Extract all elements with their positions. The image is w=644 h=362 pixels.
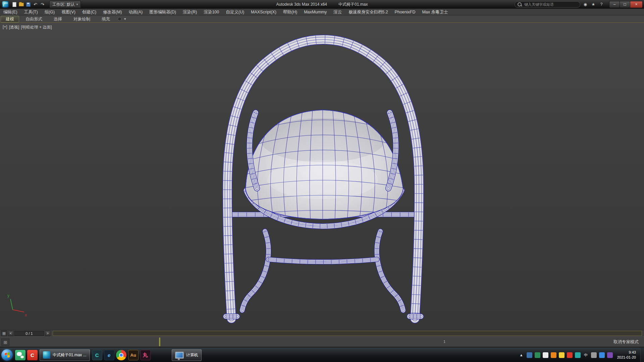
viewport-menu-pov[interactable]: [透视]: [9, 24, 19, 30]
menu-help[interactable]: 帮助(H): [280, 9, 301, 15]
svg-text:y: y: [7, 293, 9, 298]
document-title: 中式椅子01.max: [338, 2, 368, 7]
search-input[interactable]: [524, 2, 569, 7]
clock-date: 2021-01-20: [617, 355, 636, 360]
svg-text:x: x: [25, 313, 27, 317]
frame-indicator[interactable]: 0 / 1: [14, 331, 44, 336]
red-app-icon[interactable]: C: [27, 350, 38, 360]
minimize-button[interactable]: –: [609, 1, 620, 8]
next-frame-button[interactable]: >: [45, 331, 50, 336]
tray-icon[interactable]: [591, 352, 597, 358]
chair-wireframe-model[interactable]: xy: [0, 23, 644, 330]
app-title: Autodesk 3ds Max 2014 x64: [276, 2, 327, 7]
taskbar-computer-label: 计算机: [186, 352, 198, 358]
menu-maxmummy[interactable]: MaxMummy: [301, 9, 330, 15]
tab-freeform[interactable]: 自由形式: [20, 16, 47, 22]
time-slider-row: ▦ < 0 / 1 >: [0, 330, 644, 337]
menu-bar: 编辑(E) 工具(T) 组(G) 视图(V) 创建(C) 修改器(M) 动画(A…: [0, 9, 644, 16]
menu-edit[interactable]: 编辑(E): [0, 9, 21, 15]
taskbar-computer-button[interactable]: 计算机: [172, 349, 202, 361]
wechat-icon[interactable]: [15, 350, 25, 360]
world-axis-gizmo: xy: [7, 293, 27, 317]
ribbon-tab-bar: 建模 自由形式 选择 对象绘制 填充 ▾: [0, 15, 644, 23]
community-icon[interactable]: ◉: [582, 1, 588, 7]
3dsmax-icon: [43, 351, 50, 359]
save-icon[interactable]: [25, 2, 31, 7]
system-tray: ▲ 中 9:43 2021-01-20: [519, 350, 639, 360]
clock-time: 9:43: [617, 350, 636, 355]
chevron-down-icon[interactable]: ▾: [124, 17, 126, 21]
teal-app-icon[interactable]: C: [92, 350, 102, 360]
new-file-icon[interactable]: [11, 2, 17, 7]
tray-icon[interactable]: [607, 352, 613, 358]
window-controls: – □ ×: [609, 1, 643, 8]
wan-app-icon[interactable]: 丸: [140, 350, 151, 360]
menu-modifiers[interactable]: 修改器(M): [100, 9, 125, 15]
windows-flag-icon: [5, 352, 10, 358]
menu-customize[interactable]: 自定义(U): [222, 9, 248, 15]
taskbar-clock[interactable]: 9:43 2021-01-20: [617, 350, 636, 360]
tray-icon[interactable]: [543, 352, 548, 358]
time-slider-track[interactable]: [53, 331, 642, 336]
menu-views[interactable]: 视图(V): [58, 9, 79, 15]
menu-renderyun[interactable]: 渲云: [330, 9, 345, 15]
close-button[interactable]: ×: [630, 1, 643, 8]
menu-render100[interactable]: 渲染100: [200, 9, 222, 15]
grid-toggle-icon[interactable]: ▦: [1, 330, 7, 336]
taskbar-3dsmax-button[interactable]: 中式椅子01.max ...: [40, 349, 90, 361]
tab-object-paint[interactable]: 对象绘制: [68, 16, 95, 22]
menu-rendering[interactable]: 渲染(R): [179, 9, 200, 15]
viewport-menu-shading[interactable]: [明暗处理 + 边面]: [21, 24, 52, 30]
ime-language-icon[interactable]: 中: [583, 352, 589, 358]
tray-icon[interactable]: [599, 352, 605, 358]
menu-phoenixfd[interactable]: PhoenixFD: [391, 9, 419, 15]
favorites-star-icon[interactable]: ★: [590, 1, 596, 7]
search-icon: [518, 2, 522, 6]
show-desktop-button[interactable]: [640, 348, 644, 362]
menu-animation[interactable]: 动画(A): [125, 9, 146, 15]
perspective-viewport[interactable]: [+] [透视] [明暗处理 + 边面] xy: [0, 23, 644, 330]
menu-maxscript[interactable]: MAXScript(X): [248, 9, 280, 15]
computer-icon: [175, 352, 184, 359]
tray-icon[interactable]: [527, 352, 532, 358]
track-bar[interactable]: ⊞ 1 取消专家模式: [0, 337, 644, 347]
undo-icon[interactable]: ↶: [33, 2, 38, 7]
open-file-icon[interactable]: [18, 2, 24, 7]
track-bar-tick-label: 1: [443, 340, 445, 344]
tab-populate[interactable]: 填充: [97, 16, 115, 22]
infocenter-search[interactable]: [515, 1, 580, 8]
tray-icon[interactable]: [575, 352, 581, 358]
tray-icon[interactable]: [551, 352, 556, 358]
tray-icon[interactable]: [535, 352, 540, 358]
menu-archive[interactable]: 极速瘦身安全归档5.2: [345, 9, 391, 15]
track-bar-marker[interactable]: [159, 338, 160, 346]
tab-modeling[interactable]: 建模: [1, 16, 19, 22]
viewport-menu-general[interactable]: [+]: [3, 24, 7, 30]
chevron-down-icon: ▾: [76, 3, 78, 6]
cancel-expert-mode-button[interactable]: 取消专家模式: [613, 339, 639, 345]
audition-icon[interactable]: Au: [128, 350, 139, 360]
menu-create[interactable]: 创建(C): [79, 9, 100, 15]
app-logo-icon[interactable]: [2, 1, 9, 8]
tray-overflow-icon[interactable]: ▲: [519, 352, 524, 358]
menu-tools[interactable]: 工具(T): [21, 9, 41, 15]
tab-selection[interactable]: 选择: [49, 16, 67, 22]
taskbar-3dsmax-label: 中式椅子01.max ...: [53, 352, 87, 358]
previous-frame-button[interactable]: <: [8, 331, 13, 336]
windows-taskbar: C 中式椅子01.max ... C e Au 丸 计算机 ▲ 中 9:43 2…: [0, 348, 644, 362]
tray-icon[interactable]: [567, 352, 573, 358]
menu-antivirus[interactable]: Max 杀毒卫士: [419, 9, 451, 15]
menu-graph-editors[interactable]: 图形编辑器(D): [146, 9, 179, 15]
help-icon[interactable]: ?: [598, 1, 604, 7]
ribbon-toggle-icon[interactable]: [118, 17, 121, 21]
workspace-dropdown[interactable]: 工作区: 默认 ▾: [49, 1, 81, 8]
chrome-icon[interactable]: [116, 350, 126, 360]
redo-icon[interactable]: ↷: [40, 2, 45, 7]
menu-group[interactable]: 组(G): [41, 9, 58, 15]
isolate-toggle-icon[interactable]: ⊞: [1, 339, 9, 346]
title-bar: ↶ ↷ 工作区: 默认 ▾ Autodesk 3ds Max 2014 x64 …: [0, 0, 644, 9]
start-button[interactable]: [1, 349, 13, 361]
tray-icon[interactable]: [559, 352, 565, 358]
internet-explorer-icon[interactable]: e: [104, 350, 114, 360]
maximize-button[interactable]: □: [620, 1, 630, 8]
